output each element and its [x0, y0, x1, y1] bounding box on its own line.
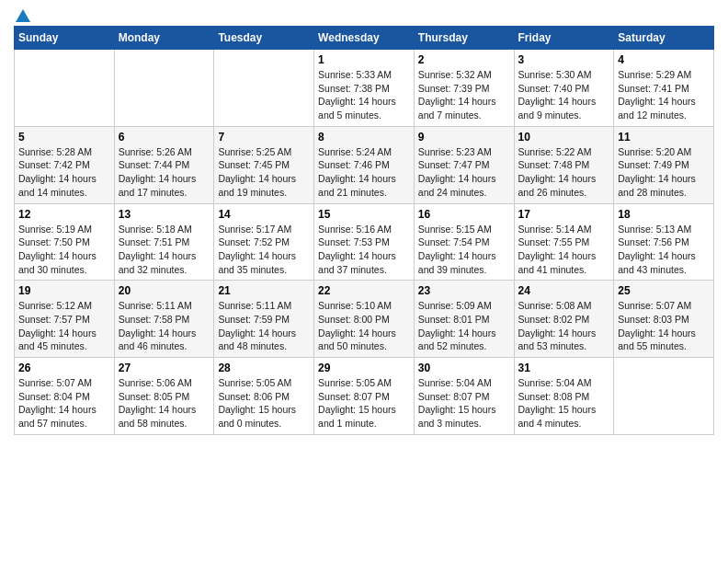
calendar-cell: 2Sunrise: 5:32 AMSunset: 7:39 PMDaylight…	[414, 50, 514, 127]
day-number: 26	[18, 362, 110, 374]
day-detail: Sunrise: 5:29 AMSunset: 7:41 PMDaylight:…	[618, 68, 710, 122]
calendar-cell: 3Sunrise: 5:30 AMSunset: 7:40 PMDaylight…	[514, 50, 614, 127]
day-detail: Sunrise: 5:24 AMSunset: 7:46 PMDaylight:…	[318, 145, 410, 200]
calendar-cell: 30Sunrise: 5:04 AMSunset: 8:07 PMDayligh…	[414, 358, 514, 435]
day-detail: Sunrise: 5:25 AMSunset: 7:45 PMDaylight:…	[218, 145, 310, 200]
logo-triangle-icon	[16, 9, 30, 22]
day-number: 22	[318, 284, 410, 297]
day-detail: Sunrise: 5:12 AMSunset: 7:57 PMDaylight:…	[18, 299, 110, 353]
day-detail: Sunrise: 5:04 AMSunset: 8:08 PMDaylight:…	[518, 376, 610, 431]
calendar-cell: 26Sunrise: 5:07 AMSunset: 8:04 PMDayligh…	[15, 358, 115, 435]
calendar-cell: 24Sunrise: 5:08 AMSunset: 8:02 PMDayligh…	[514, 281, 614, 358]
day-number: 17	[518, 208, 610, 221]
day-detail: Sunrise: 5:30 AMSunset: 7:40 PMDaylight:…	[518, 68, 610, 122]
calendar-cell: 29Sunrise: 5:05 AMSunset: 8:07 PMDayligh…	[314, 358, 415, 435]
weekday-header-sunday: Sunday	[15, 27, 115, 50]
page-header	[14, 9, 714, 22]
day-number: 15	[318, 208, 410, 221]
weekday-header-wednesday: Wednesday	[314, 27, 415, 50]
day-detail: Sunrise: 5:33 AMSunset: 7:38 PMDaylight:…	[318, 68, 410, 122]
day-detail: Sunrise: 5:26 AMSunset: 7:44 PMDaylight:…	[119, 145, 210, 200]
day-number: 30	[418, 362, 510, 374]
day-number: 24	[518, 284, 610, 297]
day-number: 2	[418, 53, 510, 66]
day-detail: Sunrise: 5:32 AMSunset: 7:39 PMDaylight:…	[418, 68, 510, 122]
week-row-2: 5Sunrise: 5:28 AMSunset: 7:42 PMDaylight…	[15, 126, 714, 203]
day-number: 23	[418, 284, 510, 297]
calendar-cell: 23Sunrise: 5:09 AMSunset: 8:01 PMDayligh…	[414, 281, 514, 358]
day-detail: Sunrise: 5:19 AMSunset: 7:50 PMDaylight:…	[18, 223, 110, 277]
day-detail: Sunrise: 5:15 AMSunset: 7:54 PMDaylight:…	[418, 223, 510, 277]
day-number: 20	[119, 284, 210, 297]
day-number: 14	[218, 208, 310, 221]
calendar-cell: 4Sunrise: 5:29 AMSunset: 7:41 PMDaylight…	[614, 50, 714, 127]
calendar-cell	[114, 50, 214, 127]
day-detail: Sunrise: 5:07 AMSunset: 8:03 PMDaylight:…	[618, 299, 710, 353]
day-detail: Sunrise: 5:13 AMSunset: 7:56 PMDaylight:…	[618, 223, 710, 277]
day-number: 5	[18, 131, 110, 144]
logo	[14, 9, 30, 22]
calendar-cell: 28Sunrise: 5:05 AMSunset: 8:06 PMDayligh…	[214, 358, 314, 435]
day-detail: Sunrise: 5:05 AMSunset: 8:06 PMDaylight:…	[218, 376, 310, 431]
day-detail: Sunrise: 5:17 AMSunset: 7:52 PMDaylight:…	[218, 223, 310, 277]
calendar-cell	[614, 358, 714, 435]
day-detail: Sunrise: 5:08 AMSunset: 8:02 PMDaylight:…	[518, 299, 610, 353]
day-detail: Sunrise: 5:11 AMSunset: 7:58 PMDaylight:…	[119, 299, 210, 353]
day-detail: Sunrise: 5:16 AMSunset: 7:53 PMDaylight:…	[318, 223, 410, 277]
day-detail: Sunrise: 5:11 AMSunset: 7:59 PMDaylight:…	[218, 299, 310, 353]
calendar-cell: 12Sunrise: 5:19 AMSunset: 7:50 PMDayligh…	[15, 203, 115, 281]
calendar-cell: 6Sunrise: 5:26 AMSunset: 7:44 PMDaylight…	[114, 126, 214, 203]
weekday-header-monday: Monday	[114, 27, 214, 50]
calendar-cell: 14Sunrise: 5:17 AMSunset: 7:52 PMDayligh…	[214, 203, 314, 281]
calendar-cell: 8Sunrise: 5:24 AMSunset: 7:46 PMDaylight…	[314, 126, 415, 203]
calendar-cell: 7Sunrise: 5:25 AMSunset: 7:45 PMDaylight…	[214, 126, 314, 203]
calendar-cell: 31Sunrise: 5:04 AMSunset: 8:08 PMDayligh…	[514, 358, 614, 435]
calendar-cell: 22Sunrise: 5:10 AMSunset: 8:00 PMDayligh…	[314, 281, 415, 358]
day-number: 1	[318, 53, 410, 66]
calendar-cell: 21Sunrise: 5:11 AMSunset: 7:59 PMDayligh…	[214, 281, 314, 358]
day-detail: Sunrise: 5:07 AMSunset: 8:04 PMDaylight:…	[18, 376, 110, 431]
calendar-cell: 13Sunrise: 5:18 AMSunset: 7:51 PMDayligh…	[114, 203, 214, 281]
day-number: 3	[518, 53, 610, 66]
day-number: 13	[119, 208, 210, 221]
calendar-cell: 5Sunrise: 5:28 AMSunset: 7:42 PMDaylight…	[15, 126, 115, 203]
day-detail: Sunrise: 5:04 AMSunset: 8:07 PMDaylight:…	[418, 376, 510, 431]
calendar-cell	[214, 50, 314, 127]
day-number: 19	[18, 284, 110, 297]
day-detail: Sunrise: 5:06 AMSunset: 8:05 PMDaylight:…	[119, 376, 210, 431]
day-number: 27	[119, 362, 210, 374]
calendar-cell: 15Sunrise: 5:16 AMSunset: 7:53 PMDayligh…	[314, 203, 415, 281]
weekday-header-friday: Friday	[514, 27, 614, 50]
day-number: 25	[618, 284, 710, 297]
day-number: 10	[518, 131, 610, 144]
day-detail: Sunrise: 5:22 AMSunset: 7:48 PMDaylight:…	[518, 145, 610, 200]
calendar-table: SundayMondayTuesdayWednesdayThursdayFrid…	[14, 26, 714, 435]
day-detail: Sunrise: 5:05 AMSunset: 8:07 PMDaylight:…	[318, 376, 410, 431]
weekday-header-row: SundayMondayTuesdayWednesdayThursdayFrid…	[15, 27, 714, 50]
day-detail: Sunrise: 5:10 AMSunset: 8:00 PMDaylight:…	[318, 299, 410, 353]
day-number: 7	[218, 131, 310, 144]
day-number: 12	[18, 208, 110, 221]
calendar-cell	[15, 50, 115, 127]
weekday-header-tuesday: Tuesday	[214, 27, 314, 50]
day-number: 8	[318, 131, 410, 144]
week-row-1: 1Sunrise: 5:33 AMSunset: 7:38 PMDaylight…	[15, 50, 714, 127]
calendar-cell: 16Sunrise: 5:15 AMSunset: 7:54 PMDayligh…	[414, 203, 514, 281]
day-detail: Sunrise: 5:28 AMSunset: 7:42 PMDaylight:…	[18, 145, 110, 200]
calendar-cell: 9Sunrise: 5:23 AMSunset: 7:47 PMDaylight…	[414, 126, 514, 203]
day-detail: Sunrise: 5:23 AMSunset: 7:47 PMDaylight:…	[418, 145, 510, 200]
day-number: 9	[418, 131, 510, 144]
day-number: 18	[618, 208, 710, 221]
day-number: 21	[218, 284, 310, 297]
day-number: 28	[218, 362, 310, 374]
day-number: 31	[518, 362, 610, 374]
weekday-header-saturday: Saturday	[614, 27, 714, 50]
day-detail: Sunrise: 5:20 AMSunset: 7:49 PMDaylight:…	[618, 145, 710, 200]
calendar-cell: 17Sunrise: 5:14 AMSunset: 7:55 PMDayligh…	[514, 203, 614, 281]
day-detail: Sunrise: 5:18 AMSunset: 7:51 PMDaylight:…	[119, 223, 210, 277]
day-number: 29	[318, 362, 410, 374]
day-number: 11	[618, 131, 710, 144]
calendar-cell: 11Sunrise: 5:20 AMSunset: 7:49 PMDayligh…	[614, 126, 714, 203]
week-row-3: 12Sunrise: 5:19 AMSunset: 7:50 PMDayligh…	[15, 203, 714, 281]
calendar-cell: 27Sunrise: 5:06 AMSunset: 8:05 PMDayligh…	[114, 358, 214, 435]
